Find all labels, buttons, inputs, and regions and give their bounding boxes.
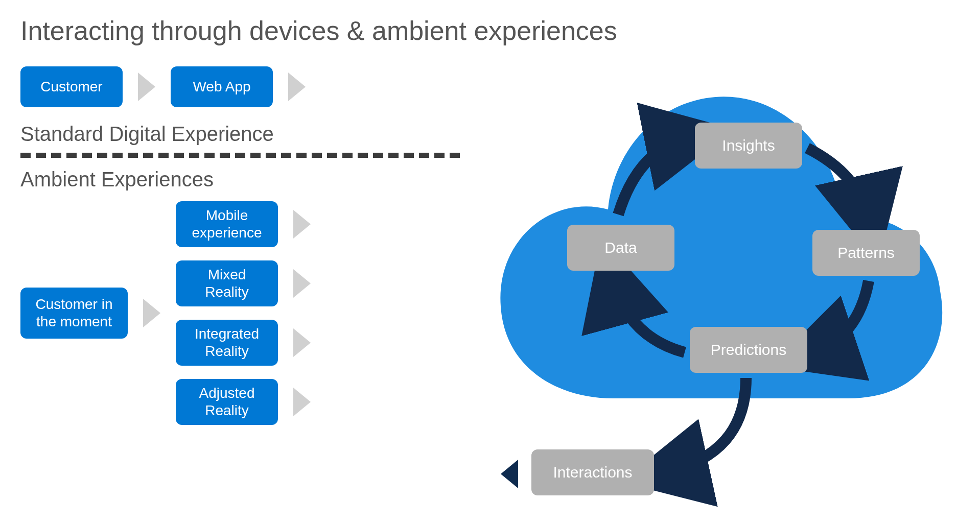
node-patterns: Patterns [812,230,920,276]
chevron-right-icon [143,299,160,327]
box-adjusted-reality: Adjusted Reality [176,379,278,425]
box-customer: Customer [20,66,123,107]
cloud-column: Insights Patterns Predictions Data Inter… [450,66,960,506]
chevron-right-icon [293,328,311,357]
chevron-right-icon [293,269,311,298]
box-webapp: Web App [171,66,273,107]
diagram-content: Customer Web App Standard Digital Experi… [20,66,960,506]
chevron-right-icon [293,388,311,416]
experience-row: Mixed Reality [160,260,311,306]
experience-row: Integrated Reality [160,320,311,366]
dashed-divider [20,153,460,158]
box-customer-in-moment: Customer in the moment [20,288,128,339]
section-label-standard: Standard Digital Experience [20,123,429,146]
node-predictions: Predictions [690,327,807,373]
box-mixed-reality: Mixed Reality [176,260,278,306]
box-integrated-reality: Integrated Reality [176,320,278,366]
standard-flow-row: Customer Web App [20,66,429,107]
chevron-right-icon [138,73,155,101]
experience-row: Adjusted Reality [160,379,311,425]
ambient-flow: Customer in the moment Mobile experience… [20,201,429,425]
page-title: Interacting through devices & ambient ex… [20,15,960,46]
cloud-diagram: Insights Patterns Predictions Data Inter… [450,66,950,506]
experience-row: Mobile experience [160,201,311,247]
chevron-left-icon [501,460,518,488]
node-interactions: Interactions [531,449,654,495]
box-mobile-experience: Mobile experience [176,201,278,247]
node-data: Data [567,225,674,271]
section-label-ambient: Ambient Experiences [20,168,429,191]
chevron-right-icon [293,210,311,239]
node-insights: Insights [695,123,802,169]
experience-stack: Mobile experience Mixed Reality Integrat… [160,201,311,425]
left-column: Customer Web App Standard Digital Experi… [20,66,429,506]
chevron-right-icon [288,73,306,101]
